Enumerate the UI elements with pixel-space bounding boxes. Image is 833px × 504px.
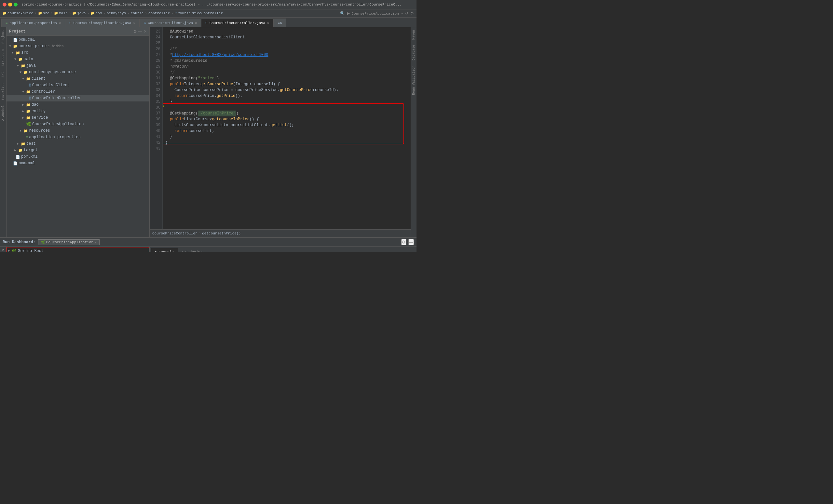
tree-item-controller[interactable]: ▼ 📁 controller [6,89,149,95]
maximize-button[interactable] [14,3,18,6]
tab-close-icon[interactable]: ✕ [134,21,135,25]
service-group-springboot-header[interactable]: ▼ 🌿 Spring Boot [6,248,149,252]
tree-item-entity[interactable]: ▶ 📁 entity [6,108,149,115]
code-line-37: @GetMapping("/courseInPrice") [165,110,408,117]
settings-icon[interactable]: ⚙ [410,11,414,16]
tab-properties[interactable]: ≡ application.properties ✕ [1,19,65,27]
tab-coursepricecontroller[interactable]: C CoursePriceController.java ✕ [201,19,273,27]
tree-item-course-price[interactable]: ▼ 📁 course-price 1 hidden [6,43,149,49]
tab-endpoints[interactable]: ⚡ Endpoints [178,248,209,252]
breadcrumb-item[interactable]: 📁 src [38,11,49,15]
sidebar-item-favorites[interactable]: Favorites [1,80,5,103]
breadcrumb-item[interactable]: 📁 main [54,11,67,15]
tab-courseprice-app[interactable]: C CoursePriceApplication.java ✕ [65,19,140,27]
minimize-button[interactable] [8,3,12,6]
minimize-icon[interactable]: — [408,239,414,245]
run-icon[interactable]: ▶ [347,11,350,16]
code-line-43 [165,146,408,152]
tree-expand-icon: ▼ [8,249,12,252]
java-file-icon: C [205,21,208,25]
tab-close-icon[interactable]: ✕ [267,21,269,25]
tree-item-courseprice-app[interactable]: 🌿 CoursePriceApplication [6,121,149,127]
tab-close-icon[interactable]: ✕ [195,21,197,25]
tree-item-service[interactable]: ▶ 📁 service [6,115,149,121]
code-line-29: * @return [165,64,408,70]
restart-icon[interactable]: ↺ [2,248,4,252]
code-line-36: 💡 [165,105,408,110]
sidebar-item-jrebel[interactable]: 2:JRebel [1,103,5,124]
search-icon[interactable]: 🔍 [340,11,345,16]
tree-item-coursepricecontroller[interactable]: C CoursePriceController [6,95,149,101]
breadcrumb: 📁 course-price › 📁 src › 📁 main › 📁 java… [0,9,416,18]
folder-icon: 📁 [91,11,94,15]
tab-overflow[interactable]: ≡6 [273,19,286,27]
code-lines[interactable]: @Autowired CourseListClient courseListCl… [163,27,411,229]
tree-item-com-bennyrhys[interactable]: ▼ 📁 com.bennyrhys.course [6,69,149,75]
tab-close-icon[interactable]: ✕ [59,21,61,25]
tree-expand-icon: ▶ [22,103,26,107]
code-line-31: @GetMapping("/price") [165,75,408,81]
collapse-icon[interactable]: — [138,29,142,34]
settings-gear-icon[interactable]: ⚙ [134,29,137,34]
run-dashboard-header: Run Dashboard: 🌿 CoursePriceApplication … [0,238,416,247]
folder-icon: 📁 [18,148,23,152]
folder-icon: 📁 [26,116,30,120]
run-tab-courseprice[interactable]: 🌿 CoursePriceApplication ✕ [38,239,100,245]
java-file-icon: C [69,21,72,25]
breadcrumb-item[interactable]: controller [148,11,170,15]
code-line-33: CoursePrice coursePrice = coursePriceSer… [165,87,408,93]
sidebar-item-bean-validation[interactable]: Bean Validation [411,63,416,98]
breadcrumb-item[interactable]: 📁 com [91,11,102,15]
window-title: spring-cloud-course-practice [~/Document… [22,3,414,6]
editor-breadcrumb-method: getcourseInPrice() [202,231,241,235]
sidebar-item-project[interactable]: Project [1,27,5,46]
tree-item-pom-course[interactable]: 📄 pom.xml [6,153,149,160]
tree-item-test[interactable]: ▶ 📁 test [6,141,149,147]
console-tabs: ▶ Console ⚡ Endpoints [150,247,416,252]
panel-actions: ⚙ — ✕ [134,29,147,34]
tree-expand-icon: ▶ [14,148,18,152]
gutter-lightbulb-icon: 💡 [163,105,165,110]
sidebar-item-maven[interactable]: Maven [411,27,416,42]
refresh-icon[interactable]: ↺ [405,11,408,16]
folder-icon: 📁 [3,11,6,15]
project-tree: 📄 pom.xml ▼ 📁 course-price 1 hidden ▼ 📁 … [6,36,149,237]
breadcrumb-item[interactable]: course [131,11,144,15]
xml-file-icon: 📄 [13,161,18,166]
code-editor: 23 24 25 26 27 28 29 30 31 32 33 34 35 3… [150,27,411,237]
close-button[interactable] [3,3,6,6]
tree-expand-icon: ▼ [9,45,13,48]
tree-item-java[interactable]: ▼ 📁 java [6,62,149,69]
code-line-38: public List<Course> getcourseInPrice() { [165,117,408,122]
tree-expand-icon: ▶ [17,142,21,146]
tree-item-dao[interactable]: ▶ 📁 dao [6,101,149,108]
settings-gear-icon[interactable]: ⚙ [401,239,406,245]
editor-breadcrumb-class: CoursePriceController [152,231,197,235]
tree-item-main[interactable]: ▼ 📁 main [6,56,149,62]
tree-item-client[interactable]: ▼ 📁 client [6,75,149,82]
app-selector[interactable]: CoursePriceApplication ▾ [352,11,403,16]
tab-console[interactable]: ▶ Console [151,248,178,252]
sidebar-item-structure[interactable]: Structure [1,46,5,69]
tree-item-courselistclient[interactable]: C CourseListClient [6,82,149,89]
minimize-panel-icon[interactable]: ✕ [143,29,147,34]
tree-item-pom-root[interactable]: 📄 pom.xml [6,36,149,43]
traffic-lights [3,3,18,6]
project-panel-title: Project [9,29,25,34]
tree-item-app-properties[interactable]: ≡ application.properties [6,134,149,141]
folder-icon: 📁 [23,70,28,74]
breadcrumb-item[interactable]: 📁 java [72,11,86,15]
breadcrumb-item[interactable]: 📁 course-price [3,11,33,15]
tree-item-pom-root2[interactable]: 📄 pom.xml [6,160,149,167]
main-layout: Project Structure Z/2 Favorites 2:JRebel… [0,27,416,237]
sidebar-item-z2[interactable]: Z/2 [1,69,5,80]
code-line-41: } [165,134,408,140]
tree-item-src[interactable]: ▼ 📁 src [6,49,149,56]
tree-expand-icon: ▼ [17,64,21,68]
tree-item-resources[interactable]: ▼ 📁 resources [6,127,149,134]
tab-close-icon[interactable]: ✕ [95,240,97,244]
tab-courselistclient[interactable]: C CourseListClient.java ✕ [140,19,201,27]
tree-item-target[interactable]: ▶ 📁 target [6,147,149,153]
breadcrumb-item[interactable]: bennyrhys [107,11,126,15]
sidebar-item-database[interactable]: Database [411,42,416,63]
